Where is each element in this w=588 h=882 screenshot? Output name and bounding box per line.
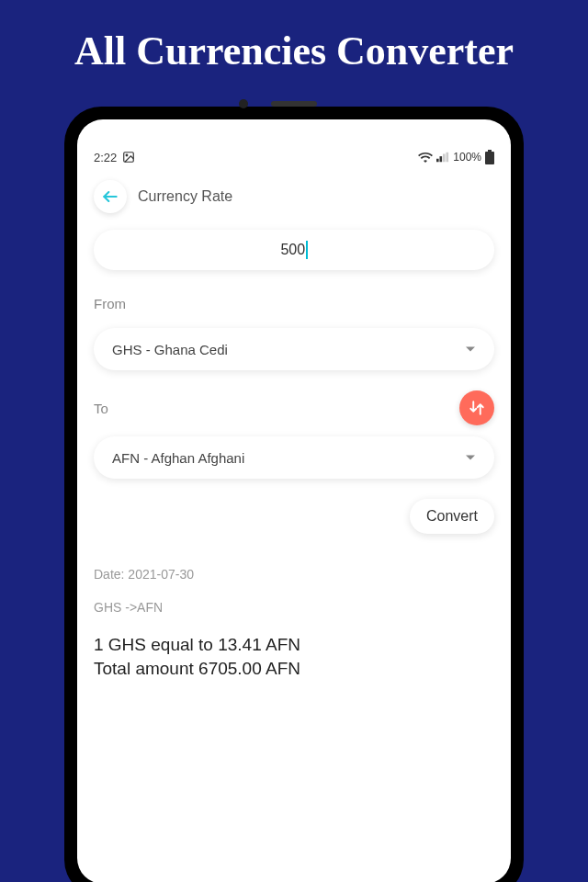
status-bar: 2:22 100% <box>77 145 511 169</box>
chevron-down-icon <box>465 452 476 463</box>
wifi-icon <box>418 152 433 163</box>
svg-rect-3 <box>440 156 443 162</box>
to-currency-value: AFN - Afghan Afghani <box>112 450 244 466</box>
from-label: From <box>94 296 494 311</box>
to-currency-select[interactable]: AFN - Afghan Afghani <box>94 436 494 479</box>
status-time: 2:22 <box>94 151 117 164</box>
svg-rect-4 <box>443 154 446 163</box>
svg-rect-7 <box>485 152 494 164</box>
text-cursor <box>306 241 308 259</box>
signal-icon <box>436 152 449 163</box>
screen: 2:22 100% Currency Rate 500 <box>77 119 511 882</box>
result-date: Date: 2021-07-30 <box>94 567 494 582</box>
svg-rect-5 <box>447 153 449 163</box>
app-header: Currency Rate <box>77 169 511 230</box>
back-button[interactable] <box>94 180 127 213</box>
result-rate: 1 GHS equal to 13.41 AFN <box>94 633 494 657</box>
arrow-left-icon <box>101 187 119 206</box>
chevron-down-icon <box>465 344 476 355</box>
from-currency-select[interactable]: GHS - Ghana Cedi <box>94 328 494 370</box>
amount-value: 500 <box>280 242 305 258</box>
page-title: Currency Rate <box>138 188 232 205</box>
convert-button[interactable]: Convert <box>410 499 494 534</box>
svg-rect-2 <box>436 159 439 163</box>
promo-banner: All Currencies Converter <box>0 0 588 107</box>
swap-button[interactable] <box>459 390 494 425</box>
battery-percent: 100% <box>453 151 481 164</box>
result-direction: GHS ->AFN <box>94 600 494 615</box>
amount-input[interactable]: 500 <box>94 230 494 270</box>
result-block: Date: 2021-07-30 GHS ->AFN 1 GHS equal t… <box>94 561 494 680</box>
svg-point-1 <box>126 154 128 156</box>
svg-rect-6 <box>488 150 492 152</box>
phone-frame: 2:22 100% Currency Rate 500 <box>64 107 524 882</box>
from-currency-value: GHS - Ghana Cedi <box>112 342 228 357</box>
swap-icon <box>469 400 485 416</box>
to-label: To <box>94 401 108 416</box>
battery-icon <box>485 150 494 164</box>
result-total: Total amount 6705.00 AFN <box>94 657 494 681</box>
image-icon <box>122 151 135 164</box>
